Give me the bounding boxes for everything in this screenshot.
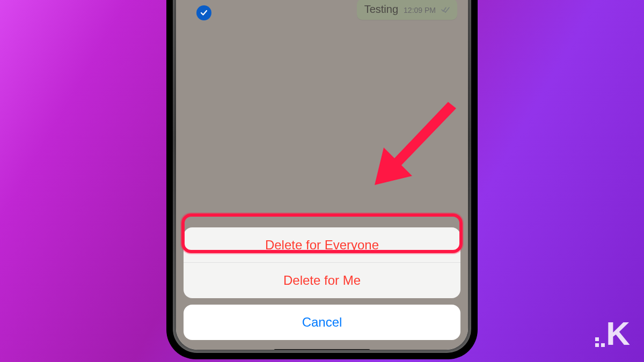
cancel-button[interactable]: Cancel bbox=[184, 305, 460, 340]
annotation-arrow-icon bbox=[365, 91, 483, 211]
action-sheet-group: Delete for Everyone Delete for Me bbox=[184, 227, 460, 298]
watermark-letter: K bbox=[606, 314, 629, 352]
watermark-dots-icon bbox=[595, 337, 605, 347]
action-sheet: Delete for Everyone Delete for Me Cancel bbox=[184, 227, 460, 340]
delete-for-me-button[interactable]: Delete for Me bbox=[184, 263, 460, 298]
home-indicator[interactable] bbox=[274, 349, 370, 350]
watermark-logo: K bbox=[595, 314, 629, 352]
selection-check-icon bbox=[196, 5, 211, 20]
delete-for-everyone-button[interactable]: Delete for Everyone bbox=[184, 227, 460, 263]
